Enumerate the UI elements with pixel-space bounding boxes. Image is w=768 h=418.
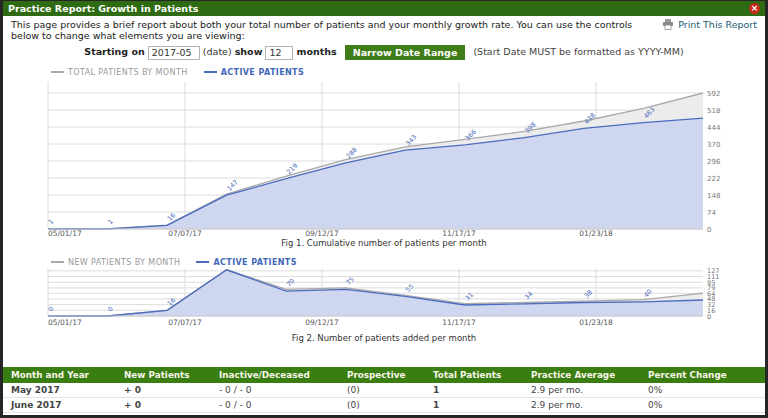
date-hint: (date) xyxy=(203,46,232,57)
report-description: This page provides a brief report about … xyxy=(11,19,652,41)
cell-month: June 2017 xyxy=(3,398,116,413)
column-header-month-and-year: Month and Year xyxy=(3,367,116,383)
cell-practice-average: 2.9 per mo. xyxy=(523,383,640,398)
months-input[interactable] xyxy=(265,46,293,60)
report-window: Practice Report: Growth in Patients × Th… xyxy=(0,0,768,418)
svg-text:07/07/17: 07/07/17 xyxy=(168,318,202,327)
legend-swatch xyxy=(196,261,209,263)
svg-text:11/17/17: 11/17/17 xyxy=(442,229,476,237)
legend-swatch xyxy=(51,71,64,73)
format-hint: (Start Date MUST be formatted as YYYY-MM… xyxy=(473,46,683,57)
starting-on-label: Starting on xyxy=(84,46,144,57)
cell-inactive-deceased: - 0 / - 0 xyxy=(211,398,339,413)
legend-swatch xyxy=(51,261,64,263)
intro-row: This page provides a brief report about … xyxy=(3,16,765,42)
page-title: Practice Report: Growth in Patients xyxy=(8,3,198,14)
svg-text:05/01/17: 05/01/17 xyxy=(48,229,82,237)
fig1-cumulative-chart: 0741482222963704445185921116147219288343… xyxy=(3,77,768,237)
cell-total-patients: 1 xyxy=(425,398,523,413)
legend-label: ACTIVE PATIENTS xyxy=(213,258,296,267)
start-date-input[interactable] xyxy=(148,46,200,60)
cell-practice-average: 2.9 per mo. xyxy=(523,398,640,413)
column-header-practice-average: Practice Average xyxy=(523,367,640,383)
legend-swatch xyxy=(204,71,217,73)
cell-prospective: (0) xyxy=(339,398,425,413)
print-report-link[interactable]: Print This Report xyxy=(662,19,757,30)
svg-text:70: 70 xyxy=(285,277,297,289)
cell-new-patients: + 0 xyxy=(116,383,211,398)
svg-text:38: 38 xyxy=(583,288,595,300)
cell-inactive-deceased: - 0 / - 0 xyxy=(211,413,339,418)
fig1-legend: TOTAL PATIENTS BY MONTHACTIVE PATIENTS xyxy=(51,67,765,77)
column-header-percent-change: Percent Change xyxy=(640,367,765,383)
svg-text:34: 34 xyxy=(523,290,535,302)
cell-percent-change: 0% xyxy=(640,383,765,398)
cell-month: July 2017 xyxy=(3,413,116,418)
legend-label: ACTIVE PATIENTS xyxy=(221,68,304,77)
legend-item-new-patients-by-month: NEW PATIENTS BY MONTH xyxy=(51,258,180,267)
cell-prospective: (0) xyxy=(339,413,425,418)
cell-inactive-deceased: - 0 / - 0 xyxy=(211,383,339,398)
table-header-row: Month and YearNew PatientsInactive/Decea… xyxy=(3,367,765,383)
svg-text:444: 444 xyxy=(707,124,721,132)
cell-percent-change: 1600% xyxy=(640,413,765,418)
cell-total-patients: 17 xyxy=(425,413,523,418)
svg-text:296: 296 xyxy=(707,158,721,166)
svg-text:592: 592 xyxy=(707,90,720,98)
svg-text:01/23/18: 01/23/18 xyxy=(579,229,613,237)
fig1-caption: Fig 1. Cumulative number of patients per… xyxy=(3,238,765,248)
svg-text:74: 74 xyxy=(707,209,716,217)
fig2-legend: NEW PATIENTS BY MONTHACTIVE PATIENTS xyxy=(51,257,765,267)
svg-text:127: 127 xyxy=(707,267,719,275)
svg-text:222: 222 xyxy=(707,175,720,183)
svg-text:40: 40 xyxy=(642,288,654,300)
svg-text:518: 518 xyxy=(707,107,720,115)
legend-item-active-patients: ACTIVE PATIENTS xyxy=(196,258,296,267)
legend-label: TOTAL PATIENTS BY MONTH xyxy=(68,68,188,77)
print-report-label: Print This Report xyxy=(678,19,757,30)
legend-item-total-patients-by-month: TOTAL PATIENTS BY MONTH xyxy=(51,68,188,77)
cell-new-patients: + 16 xyxy=(116,413,211,418)
svg-text:09/12/17: 09/12/17 xyxy=(305,318,339,327)
cell-percent-change: 0% xyxy=(640,398,765,413)
svg-text:0: 0 xyxy=(707,226,711,234)
title-bar: Practice Report: Growth in Patients × xyxy=(3,1,765,16)
svg-text:148: 148 xyxy=(707,192,720,200)
patient-growth-table: Month and YearNew PatientsInactive/Decea… xyxy=(3,367,765,418)
svg-text:0: 0 xyxy=(106,305,115,314)
svg-text:31: 31 xyxy=(464,291,476,303)
svg-text:370: 370 xyxy=(707,141,720,149)
fig2-caption: Fig 2. Number of patients added per mont… xyxy=(3,333,765,343)
table-row: July 2017+ 16- 0 / - 0(0)172.9 per mo.16… xyxy=(3,413,765,418)
table-row: June 2017+ 0- 0 / - 0(0)12.9 per mo.0% xyxy=(3,398,765,413)
fig2-monthly-chart: 0163248647995111127001613070755531343840… xyxy=(3,267,768,331)
cell-month: May 2017 xyxy=(3,383,116,398)
column-header-total-patients: Total Patients xyxy=(425,367,523,383)
svg-text:01/23/18: 01/23/18 xyxy=(579,318,613,327)
svg-text:07/07/17: 07/07/17 xyxy=(168,229,202,237)
svg-text:09/12/17: 09/12/17 xyxy=(305,229,339,237)
date-range-controls: Starting on (date) show months Narrow Da… xyxy=(3,45,765,62)
legend-item-active-patients: ACTIVE PATIENTS xyxy=(204,68,304,77)
legend-label: NEW PATIENTS BY MONTH xyxy=(68,258,180,267)
printer-icon xyxy=(662,19,674,30)
column-header-inactive-deceased: Inactive/Deceased xyxy=(211,367,339,383)
cell-total-patients: 1 xyxy=(425,383,523,398)
column-header-new-patients: New Patients xyxy=(116,367,211,383)
table-row: May 2017+ 0- 0 / - 0(0)12.9 per mo.0% xyxy=(3,383,765,398)
column-header-prospective: Prospective xyxy=(339,367,425,383)
cell-prospective: (0) xyxy=(339,383,425,398)
months-label: months xyxy=(297,46,337,57)
show-label: show xyxy=(235,46,263,57)
cell-new-patients: + 0 xyxy=(116,398,211,413)
svg-text:05/01/17: 05/01/17 xyxy=(48,318,82,327)
svg-text:11/17/17: 11/17/17 xyxy=(442,318,476,327)
narrow-date-range-button[interactable]: Narrow Date Range xyxy=(345,45,466,60)
cell-practice-average: 2.9 per mo. xyxy=(523,413,640,418)
svg-text:1: 1 xyxy=(106,218,115,227)
svg-text:55: 55 xyxy=(404,282,416,294)
close-icon[interactable]: × xyxy=(749,3,760,14)
